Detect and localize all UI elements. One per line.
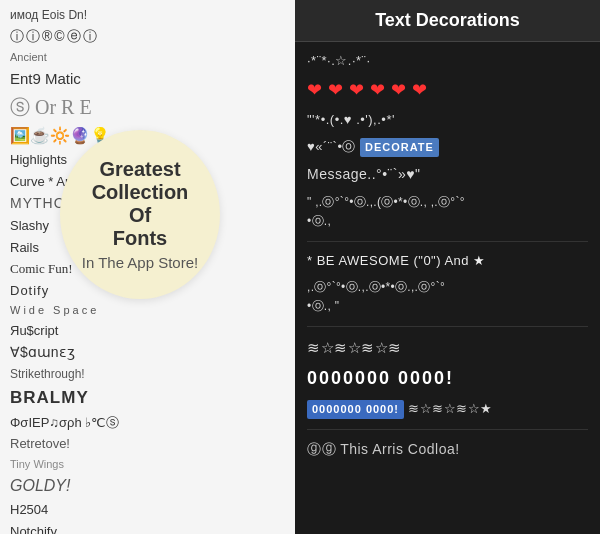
list-item[interactable]: Ent9 Matic	[10, 68, 285, 91]
deco-zeros[interactable]: 0000000 0000!	[307, 366, 588, 391]
stars-dots-text: ·*¨*·.☆.·*¨·	[307, 53, 371, 68]
deco-friends[interactable]: 0000000 0000! ≋☆≋☆≋☆★	[307, 400, 588, 419]
decorate-pre: ♥«´¨`•ⓞ	[307, 138, 356, 156]
promo-line2: Collection Of	[78, 181, 202, 227]
awesome-text: * BE AWESOME ("0") And ★	[307, 253, 486, 268]
deco-hearts[interactable]: ❤ ❤ ❤ ❤ ❤ ❤	[307, 78, 588, 103]
deco-quotes[interactable]: " ,.ⓞ°`°•ⓞ.,.(ⓞ•*•ⓞ., ,.ⓞ°`°•ⓞ.,	[307, 193, 588, 231]
deco-awesome[interactable]: * BE AWESOME ("0") And ★	[307, 252, 588, 270]
list-item[interactable]: ∀$ɑɯnɛʒ	[10, 342, 285, 363]
list-item[interactable]: Яu$cript	[10, 321, 285, 341]
promo-line3: Fonts	[78, 227, 202, 250]
friends-stars-text: ≋☆≋☆≋☆★	[408, 400, 493, 418]
wavy-text: "'*•.(•.♥ .•'),.•*'	[307, 112, 395, 127]
arris-text: ⓖⓖ This Arris Codloa!	[307, 441, 460, 457]
list-item[interactable]: Retretove!	[10, 434, 285, 454]
right-panel-header: Text Decorations	[295, 0, 600, 42]
list-item[interactable]: H2504	[10, 500, 285, 520]
divider3	[307, 429, 588, 430]
dots-text: ,.ⓞ°`°•ⓞ.,.ⓞ•*•ⓞ.,.ⓞ°`°•ⓞ., "	[307, 280, 445, 313]
decorate-badge: DECORATE	[360, 138, 439, 157]
deco-decorate-row[interactable]: ♥«´¨`•ⓞ DECORATE	[307, 138, 588, 157]
list-item[interactable]: Ancient	[10, 49, 285, 66]
promo-line4: In The App Store!	[78, 254, 202, 271]
list-item[interactable]: ΦσΙΕΡ♫σρh ♭℃ⓢ	[10, 413, 285, 433]
divider2	[307, 326, 588, 327]
deco-arris[interactable]: ⓖⓖ This Arris Codloa!	[307, 440, 588, 460]
list-item[interactable]: BRALMY	[10, 385, 285, 411]
friends-badge: 0000000 0000!	[307, 400, 404, 419]
zeros-text: 0000000 0000!	[307, 368, 454, 388]
deco-stars-zz[interactable]: ≋☆≋☆≋☆≋	[307, 337, 588, 358]
list-item[interactable]: Wide Space	[10, 302, 285, 319]
list-item[interactable]: ⓢ Or R E	[10, 92, 285, 122]
quotes-text: " ,.ⓞ°`°•ⓞ.,.(ⓞ•*•ⓞ., ,.ⓞ°`°•ⓞ.,	[307, 195, 465, 228]
list-item[interactable]: ⓘⓘ®©ⓔⓘ	[10, 26, 285, 47]
right-panel: Text Decorations ·*¨*·.☆.·*¨· ❤ ❤ ❤ ❤ ❤ …	[295, 0, 600, 534]
stars-zz-text: ≋☆≋☆≋☆≋	[307, 339, 402, 356]
divider	[307, 241, 588, 242]
message-text: Message..°•¨`»♥"	[307, 166, 420, 182]
hearts-text: ❤ ❤ ❤ ❤ ❤ ❤	[307, 80, 428, 100]
deco-message[interactable]: Message..°•¨`»♥"	[307, 165, 588, 185]
list-item[interactable]: Strikethrough!	[10, 365, 285, 383]
deco-dots[interactable]: ,.ⓞ°`°•ⓞ.,.ⓞ•*•ⓞ.,.ⓞ°`°•ⓞ., "	[307, 278, 588, 316]
promo-line1: Greatest	[78, 158, 202, 181]
list-item[interactable]: Tiny Wings	[10, 456, 285, 473]
deco-stars-dots[interactable]: ·*¨*·.☆.·*¨·	[307, 52, 588, 70]
promo-bubble: Greatest Collection Of Fonts In The App …	[60, 130, 220, 299]
left-panel: имод Eois Dn! ⓘⓘ®©ⓔⓘ Ancient Ent9 Matic …	[0, 0, 295, 534]
right-content: ·*¨*·.☆.·*¨· ❤ ❤ ❤ ❤ ❤ ❤ "'*•.(•.♥ .•'),…	[295, 42, 600, 470]
deco-wavy[interactable]: "'*•.(•.♥ .•'),.•*'	[307, 111, 588, 129]
list-item[interactable]: имод Eois Dn!	[10, 6, 285, 24]
list-item[interactable]: Notchify	[10, 522, 285, 535]
list-item[interactable]: GOLDY!	[10, 474, 285, 498]
